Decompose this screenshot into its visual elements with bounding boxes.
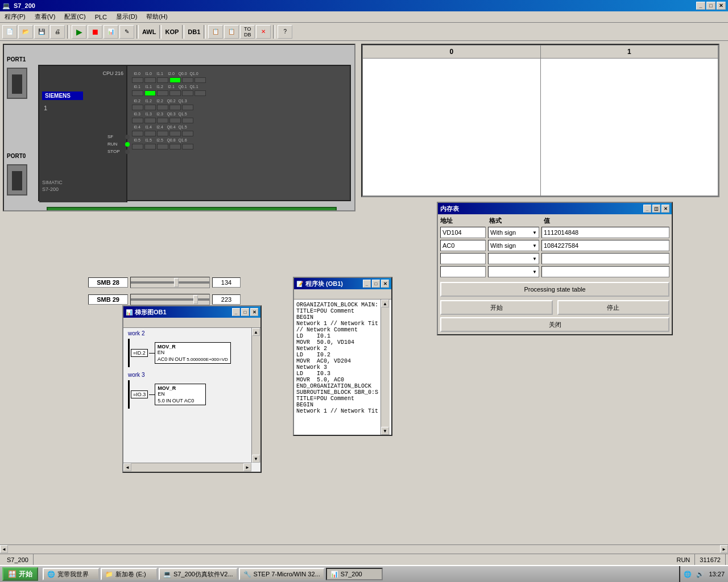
toolbar-open[interactable]: 📂 <box>18 25 33 39</box>
taskbar-item-step7[interactable]: 🔧 STEP 7-Micro/WIN 32... <box>239 568 325 580</box>
taskbar-item-s7sim[interactable]: 💻 S7_200仿真软件V2... <box>159 568 238 580</box>
prog-text: ORGANIZATION_BLOCK MAIN: TITLE=POU Comme… <box>294 300 380 414</box>
toolbar-monitor[interactable]: 📊 <box>104 25 118 39</box>
taskbar-item-explorer[interactable]: 📁 新加卷 (E:) <box>101 568 158 580</box>
toolbar-save[interactable]: 💾 <box>34 25 49 39</box>
prog-menu-bar <box>294 289 391 300</box>
ladder-scrollbar-v[interactable]: ▲ ▼ <box>251 328 260 463</box>
toolbar-print[interactable]: 🖨 <box>50 25 65 39</box>
mem-format1-select[interactable]: With sign ▼ <box>488 227 539 238</box>
port0-connector <box>7 164 27 196</box>
toolbar-awl[interactable]: AWL <box>141 28 157 35</box>
mem-value1-input[interactable] <box>541 227 669 238</box>
prog-scrollbar-v[interactable]: ▲ ▼ <box>380 300 390 435</box>
prog-maximize-btn[interactable]: □ <box>372 280 380 288</box>
val5-label: 5.000000E+000=VD <box>187 357 228 362</box>
menu-config[interactable]: 配置(C) <box>60 11 90 22</box>
mem-start-button[interactable]: 开始 <box>440 300 553 315</box>
toolbar-new[interactable]: 📄 <box>2 25 17 39</box>
process-state-button[interactable]: Processing state table <box>440 282 669 297</box>
mem-addr3-input[interactable] <box>440 253 486 264</box>
s7-label: S7-200 <box>42 186 59 192</box>
toolbar-write[interactable]: ✎ <box>119 25 134 39</box>
smb28-row: SMB 28 134 <box>88 277 241 288</box>
title-text: S7_200 <box>14 2 35 9</box>
mem-format4-select[interactable]: ▼ <box>488 266 539 277</box>
menu-program[interactable]: 程序(P) <box>0 11 30 22</box>
mem-minimize-btn[interactable]: _ <box>643 205 651 213</box>
mem-close-button[interactable]: 关闭 <box>440 317 669 332</box>
menu-help[interactable]: 帮助(H) <box>142 11 172 22</box>
toolbar-db1[interactable]: DB1 <box>187 28 201 35</box>
hscroll-right-btn[interactable]: ► <box>720 545 728 553</box>
maximize-button[interactable]: □ <box>706 2 715 10</box>
menu-display[interactable]: 显示(D) <box>111 11 142 22</box>
mem-addr1-input[interactable] <box>440 227 486 238</box>
window-icon: 💻 <box>2 2 10 10</box>
mem-addr2-input[interactable] <box>440 240 486 251</box>
mem-restore-btn[interactable]: ◫ <box>652 205 660 213</box>
toolbar-run[interactable]: ▶ <box>72 25 86 39</box>
table-col0-header: 0 <box>363 45 541 59</box>
network-icon: 🌐 <box>684 571 692 578</box>
taskbar-item-s7200[interactable]: 📊 S7_200 <box>326 568 383 580</box>
menu-view[interactable]: 查看(V) <box>30 11 60 22</box>
en-label3: EN <box>158 391 203 397</box>
start-button[interactable]: 🪟 开始 <box>2 567 38 581</box>
toolbar-help[interactable]: ? <box>278 25 292 39</box>
cpu-label: CPU 216 <box>102 70 123 76</box>
toolbar-kop[interactable]: KOP <box>164 28 180 35</box>
prog-close-btn[interactable]: ✕ <box>381 280 389 288</box>
led-sf-label: SF <box>107 134 123 139</box>
hscroll-left-btn[interactable]: ◄ <box>0 545 8 553</box>
toolbar-x[interactable]: ✕ <box>256 25 271 39</box>
ac0-in-label: AC0 <box>158 356 168 362</box>
mem-window-buttons: _ ◫ ✕ <box>643 205 669 213</box>
clock: 13:27 <box>709 571 725 577</box>
menu-plc[interactable]: PLC <box>90 13 111 22</box>
taskbar-item-browser[interactable]: 🌐 宽带我世界 <box>43 568 100 580</box>
mem-row3: ▼ <box>440 253 669 264</box>
mem-row2: With sign ▼ <box>440 240 669 251</box>
mem-stop-button[interactable]: 停止 <box>557 300 670 315</box>
ladder-minimize-btn[interactable]: _ <box>232 308 240 316</box>
movr-block2: MOV_R EN AC0 IN OUT 5.000000E+000=VD <box>155 342 231 364</box>
mem-table-content: 地址 格式 值 With sign ▼ With sign ▼ <box>438 214 672 334</box>
ladder-close-btn[interactable]: ✕ <box>250 308 258 316</box>
close-button[interactable]: ✕ <box>717 2 726 10</box>
port1-connector <box>7 68 27 99</box>
in-label2: IN <box>168 356 173 362</box>
status-bar: S7_200 RUN 311672 <box>0 554 728 565</box>
table-area: 0 1 <box>361 44 719 197</box>
mem-row4: ▼ <box>440 266 669 277</box>
step7-label: STEP 7-Micro/WIN 32... <box>254 571 320 577</box>
in-label3: IN <box>166 398 171 404</box>
mem-value2-input[interactable] <box>541 240 669 251</box>
toolbar-td2[interactable]: 📋 <box>224 25 239 39</box>
mem-close-btn[interactable]: ✕ <box>661 205 669 213</box>
port0-label: PORT0 <box>7 153 26 159</box>
ladder-window: 📊 梯形图OB1 _ □ ✕ ▲ ▼ ◄ ► work <box>122 305 262 473</box>
prog-content-area: ORGANIZATION_BLOCK MAIN: TITLE=POU Comme… <box>294 300 391 435</box>
prog-minimize-btn[interactable]: _ <box>363 280 371 288</box>
toolbar-todb[interactable]: TODB <box>240 25 255 39</box>
ladder-maximize-btn[interactable]: □ <box>241 308 249 316</box>
mem-value3-input[interactable] <box>541 253 669 264</box>
toolbar-stop[interactable]: ⏹ <box>88 25 102 39</box>
smb28-slider[interactable] <box>130 277 210 288</box>
ladder-scrollbar-h[interactable]: ◄ ► <box>123 463 251 472</box>
main-hscrollbar[interactable]: ◄ ► <box>0 544 728 554</box>
explorer-label: 新加卷 (E:) <box>115 570 146 579</box>
toolbar-td[interactable]: 📋 <box>208 25 223 39</box>
movr-label2: MOV_R <box>158 344 228 350</box>
s7200-label: S7_200 <box>341 571 362 577</box>
power-rail-left2 <box>128 380 130 409</box>
minimize-button[interactable]: _ <box>696 2 705 10</box>
smb29-slider[interactable] <box>130 294 210 305</box>
mem-format3-select[interactable]: ▼ <box>488 253 539 264</box>
mem-addr4-input[interactable] <box>440 266 486 277</box>
s7sim-label: S7_200仿真软件V2... <box>173 570 233 579</box>
mem-value4-input[interactable] <box>541 266 669 277</box>
mem-format2-select[interactable]: With sign ▼ <box>488 240 539 251</box>
s7200-icon: 📊 <box>330 571 338 578</box>
